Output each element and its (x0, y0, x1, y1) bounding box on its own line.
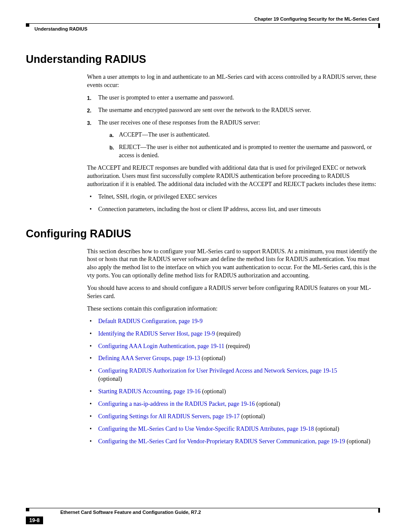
suffix-optional: (optional) (98, 376, 122, 382)
page-content: Understanding RADIUS When a user attempt… (26, 53, 380, 446)
footer-rule (26, 508, 380, 510)
section2-body: This section describes how to configure … (87, 248, 380, 446)
list-item: Configuring Settings for All RADIUS Serv… (87, 413, 380, 421)
suffix-optional: (optional) (240, 413, 265, 420)
header-start-marker (26, 23, 29, 27)
suffix-optional: (optional) (314, 426, 339, 432)
step-3: The user receives one of these responses… (87, 119, 380, 160)
list-item: Starting RADIUS Accounting, page 19-16 (… (87, 388, 380, 396)
running-section-label: Understanding RADIUS (34, 26, 380, 31)
section-configuring: Configuring RADIUS This section describe… (26, 227, 380, 446)
event-steps-list: The user is prompted to enter a username… (87, 94, 380, 160)
list-item: Configuring the ML-Series Card for Vendo… (87, 438, 380, 446)
link-nas-ip[interactable]: Configuring a nas-ip-address in the RADI… (98, 401, 255, 407)
suffix-required: (required) (215, 330, 240, 337)
suffix-optional: (optional) (201, 388, 226, 395)
section-title-configuring: Configuring RADIUS (26, 227, 380, 240)
link-all-servers[interactable]: Configuring Settings for All RADIUS Serv… (98, 413, 240, 420)
header-rule (26, 23, 380, 25)
configuring-para2: You should have access to and should con… (87, 284, 380, 301)
list-item: Defining AAA Server Groups, page 19-13 (… (87, 355, 380, 363)
accept-reject-paragraph: The ACCEPT and REJECT responses are bund… (87, 164, 380, 189)
step-2: The username and encrypted password are … (87, 106, 380, 115)
suffix-required: (required) (224, 343, 250, 349)
link-radius-auth[interactable]: Configuring RADIUS Authorization for Use… (98, 367, 337, 374)
link-identify-host[interactable]: Identifying the RADIUS Server Host, page… (98, 330, 215, 337)
list-item: Default RADIUS Configuration, page 19-9 (87, 317, 380, 326)
bullet-services: Telnet, SSH, rlogin, or privileged EXEC … (87, 193, 380, 201)
footer-start-marker (26, 508, 29, 511)
link-aaa-login[interactable]: Configuring AAA Login Authentication, pa… (98, 343, 224, 349)
document-page: Chapter 19 Configuring Security for the … (0, 0, 411, 532)
response-reject: REJECT—The user is either not authentica… (109, 143, 380, 160)
step-3-text: The user receives one of these responses… (98, 119, 260, 126)
link-vendor-specific[interactable]: Configuring the ML-Series Card to Use Ve… (98, 426, 314, 432)
list-item: Configuring the ML-Series Card to Use Ve… (87, 425, 380, 433)
step-1: The user is prompted to enter a username… (87, 94, 380, 102)
list-item: Configuring a nas-ip-address in the RADI… (87, 400, 380, 408)
header-end-marker (378, 23, 380, 28)
list-item: Configuring RADIUS Authorization for Use… (87, 367, 380, 383)
response-accept: ACCEPT—The user is authenticated. (109, 131, 380, 139)
intro-paragraph: When a user attempts to log in and authe… (87, 73, 380, 90)
list-item: Identifying the RADIUS Server Host, page… (87, 330, 380, 338)
list-item: Configuring AAA Login Authentication, pa… (87, 342, 380, 351)
link-aaa-groups[interactable]: Defining AAA Server Groups, page 19-13 (98, 355, 200, 361)
section-title-understanding: Understanding RADIUS (26, 53, 380, 65)
suffix-optional: (optional) (345, 438, 371, 445)
responses-list: ACCEPT—The user is authenticated. REJECT… (109, 131, 380, 160)
link-default-config[interactable]: Default RADIUS Configuration, page 19-9 (98, 318, 202, 324)
configuring-para1: This section describes how to configure … (87, 248, 380, 280)
configuring-para3: These sections contain this configuratio… (87, 305, 380, 313)
section1-body: When a user attempts to log in and authe… (87, 73, 380, 214)
chapter-header: Chapter 19 Configuring Security for the … (26, 16, 380, 22)
suffix-optional: (optional) (200, 355, 225, 361)
page-number: 19-8 (26, 516, 43, 524)
bullet-connection: Connection parameters, including the hos… (87, 205, 380, 214)
config-links-list: Default RADIUS Configuration, page 19-9 … (87, 317, 380, 446)
additional-data-list: Telnet, SSH, rlogin, or privileged EXEC … (87, 193, 380, 214)
footer-end-marker (378, 508, 380, 513)
page-footer: Ethernet Card Software Feature and Confi… (26, 508, 380, 515)
suffix-optional: (optional) (255, 401, 280, 407)
link-radius-accounting[interactable]: Starting RADIUS Accounting, page 19-16 (98, 388, 201, 395)
link-vendor-proprietary[interactable]: Configuring the ML-Series Card for Vendo… (98, 438, 345, 445)
guide-title: Ethernet Card Software Feature and Confi… (60, 510, 380, 515)
